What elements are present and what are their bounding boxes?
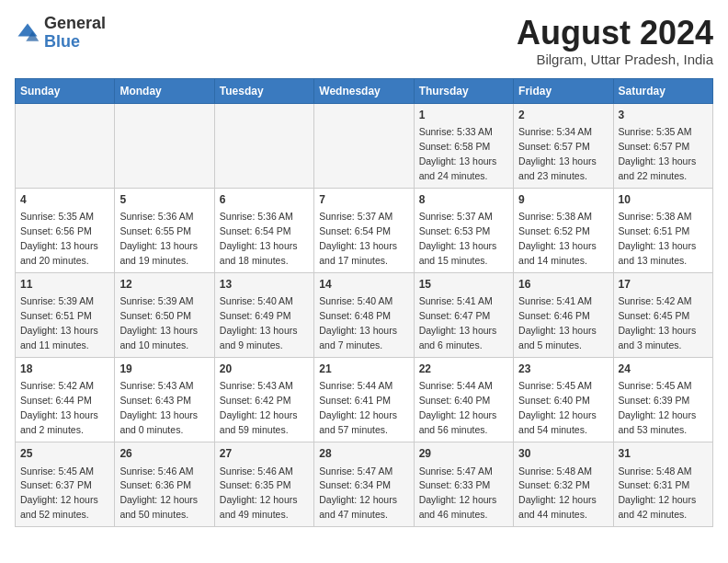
- day-number: 20: [220, 362, 309, 377]
- day-number: 9: [518, 192, 608, 208]
- day-number: 23: [518, 362, 608, 377]
- day-info: Sunrise: 5:37 AM Sunset: 6:54 PM Dayligh…: [319, 211, 397, 266]
- day-info: Sunrise: 5:38 AM Sunset: 6:52 PM Dayligh…: [518, 211, 597, 266]
- day-cell: 1Sunrise: 5:33 AM Sunset: 6:58 PM Daylig…: [414, 103, 513, 188]
- day-info: Sunrise: 5:37 AM Sunset: 6:53 PM Dayligh…: [419, 211, 497, 266]
- day-number: 13: [220, 277, 309, 293]
- day-number: 12: [119, 277, 209, 293]
- day-info: Sunrise: 5:35 AM Sunset: 6:56 PM Dayligh…: [20, 211, 98, 266]
- day-cell: 20Sunrise: 5:43 AM Sunset: 6:42 PM Dayli…: [214, 358, 313, 442]
- day-cell: 28Sunrise: 5:47 AM Sunset: 6:34 PM Dayli…: [314, 442, 414, 527]
- day-number: 4: [20, 192, 109, 208]
- day-cell: 26Sunrise: 5:46 AM Sunset: 6:36 PM Dayli…: [115, 442, 214, 527]
- day-cell: 2Sunrise: 5:34 AM Sunset: 6:57 PM Daylig…: [514, 103, 613, 188]
- day-number: 31: [619, 446, 708, 462]
- day-number: 2: [518, 108, 608, 123]
- day-info: Sunrise: 5:44 AM Sunset: 6:40 PM Dayligh…: [419, 380, 497, 435]
- day-cell: 14Sunrise: 5:40 AM Sunset: 6:48 PM Dayli…: [314, 272, 414, 357]
- day-cell: [115, 103, 214, 188]
- day-info: Sunrise: 5:38 AM Sunset: 6:51 PM Dayligh…: [619, 211, 697, 266]
- day-number: 5: [119, 192, 209, 208]
- calendar-table: SundayMondayTuesdayWednesdayThursdayFrid…: [15, 78, 713, 528]
- title-area: August 2024 Bilgram, Uttar Pradesh, Indi…: [517, 15, 713, 67]
- header: General Blue August 2024 Bilgram, Uttar …: [15, 15, 713, 67]
- day-number: 15: [419, 277, 508, 293]
- day-cell: 12Sunrise: 5:39 AM Sunset: 6:50 PM Dayli…: [115, 272, 214, 357]
- day-cell: 24Sunrise: 5:45 AM Sunset: 6:39 PM Dayli…: [613, 358, 712, 442]
- week-row-3: 11Sunrise: 5:39 AM Sunset: 6:51 PM Dayli…: [16, 272, 713, 357]
- day-cell: 15Sunrise: 5:41 AM Sunset: 6:47 PM Dayli…: [414, 272, 513, 357]
- day-info: Sunrise: 5:47 AM Sunset: 6:34 PM Dayligh…: [319, 465, 397, 521]
- day-info: Sunrise: 5:48 AM Sunset: 6:32 PM Dayligh…: [518, 465, 597, 521]
- day-info: Sunrise: 5:33 AM Sunset: 6:58 PM Dayligh…: [419, 126, 497, 181]
- day-cell: [214, 103, 313, 188]
- day-info: Sunrise: 5:39 AM Sunset: 6:50 PM Dayligh…: [119, 295, 198, 350]
- day-cell: 5Sunrise: 5:36 AM Sunset: 6:55 PM Daylig…: [115, 188, 214, 272]
- day-number: 8: [419, 192, 508, 208]
- day-info: Sunrise: 5:39 AM Sunset: 6:51 PM Dayligh…: [20, 295, 98, 350]
- day-cell: 31Sunrise: 5:48 AM Sunset: 6:31 PM Dayli…: [613, 442, 712, 527]
- day-info: Sunrise: 5:46 AM Sunset: 6:35 PM Dayligh…: [220, 465, 298, 521]
- header-cell-sunday: Sunday: [16, 78, 115, 103]
- week-row-5: 25Sunrise: 5:45 AM Sunset: 6:37 PM Dayli…: [16, 442, 713, 527]
- day-info: Sunrise: 5:48 AM Sunset: 6:31 PM Dayligh…: [619, 465, 697, 521]
- logo-icon: [15, 20, 40, 46]
- day-info: Sunrise: 5:41 AM Sunset: 6:46 PM Dayligh…: [518, 295, 597, 350]
- header-cell-saturday: Saturday: [613, 78, 712, 103]
- logo-general-text: General: [44, 14, 106, 32]
- day-info: Sunrise: 5:44 AM Sunset: 6:41 PM Dayligh…: [319, 380, 397, 435]
- header-cell-friday: Friday: [514, 78, 613, 103]
- day-cell: 16Sunrise: 5:41 AM Sunset: 6:46 PM Dayli…: [514, 272, 613, 357]
- day-info: Sunrise: 5:40 AM Sunset: 6:48 PM Dayligh…: [319, 295, 397, 350]
- day-cell: 13Sunrise: 5:40 AM Sunset: 6:49 PM Dayli…: [214, 272, 313, 357]
- day-info: Sunrise: 5:35 AM Sunset: 6:57 PM Dayligh…: [619, 126, 697, 181]
- day-cell: 8Sunrise: 5:37 AM Sunset: 6:53 PM Daylig…: [414, 188, 513, 272]
- day-info: Sunrise: 5:45 AM Sunset: 6:39 PM Dayligh…: [619, 380, 697, 435]
- day-number: 22: [419, 362, 508, 377]
- day-cell: 9Sunrise: 5:38 AM Sunset: 6:52 PM Daylig…: [514, 188, 613, 272]
- day-cell: 17Sunrise: 5:42 AM Sunset: 6:45 PM Dayli…: [613, 272, 712, 357]
- day-number: 24: [619, 362, 708, 377]
- day-cell: 21Sunrise: 5:44 AM Sunset: 6:41 PM Dayli…: [314, 358, 414, 442]
- day-info: Sunrise: 5:46 AM Sunset: 6:36 PM Dayligh…: [119, 465, 198, 521]
- day-number: 27: [220, 446, 309, 462]
- day-cell: 10Sunrise: 5:38 AM Sunset: 6:51 PM Dayli…: [613, 188, 712, 272]
- day-info: Sunrise: 5:40 AM Sunset: 6:49 PM Dayligh…: [220, 295, 298, 350]
- day-number: 3: [619, 108, 708, 123]
- header-cell-thursday: Thursday: [414, 78, 513, 103]
- day-number: 11: [20, 277, 109, 293]
- day-number: 17: [619, 277, 708, 293]
- day-number: 25: [20, 446, 109, 462]
- day-cell: 30Sunrise: 5:48 AM Sunset: 6:32 PM Dayli…: [514, 442, 613, 527]
- week-row-1: 1Sunrise: 5:33 AM Sunset: 6:58 PM Daylig…: [16, 103, 713, 188]
- day-info: Sunrise: 5:42 AM Sunset: 6:45 PM Dayligh…: [619, 295, 697, 350]
- header-cell-tuesday: Tuesday: [214, 78, 313, 103]
- day-info: Sunrise: 5:43 AM Sunset: 6:42 PM Dayligh…: [220, 380, 298, 435]
- day-info: Sunrise: 5:47 AM Sunset: 6:33 PM Dayligh…: [419, 465, 497, 521]
- day-cell: 19Sunrise: 5:43 AM Sunset: 6:43 PM Dayli…: [115, 358, 214, 442]
- day-info: Sunrise: 5:43 AM Sunset: 6:43 PM Dayligh…: [119, 380, 198, 435]
- day-cell: 6Sunrise: 5:36 AM Sunset: 6:54 PM Daylig…: [214, 188, 313, 272]
- day-cell: 23Sunrise: 5:45 AM Sunset: 6:40 PM Dayli…: [514, 358, 613, 442]
- day-number: 1: [419, 108, 508, 123]
- day-number: 14: [319, 277, 408, 293]
- day-cell: 25Sunrise: 5:45 AM Sunset: 6:37 PM Dayli…: [16, 442, 115, 527]
- logo: General Blue: [15, 15, 106, 52]
- day-number: 30: [518, 446, 608, 462]
- day-info: Sunrise: 5:34 AM Sunset: 6:57 PM Dayligh…: [518, 126, 597, 181]
- subtitle: Bilgram, Uttar Pradesh, India: [517, 52, 713, 67]
- day-info: Sunrise: 5:36 AM Sunset: 6:54 PM Dayligh…: [220, 211, 298, 266]
- day-number: 7: [319, 192, 408, 208]
- month-title: August 2024: [517, 15, 713, 52]
- day-cell: 22Sunrise: 5:44 AM Sunset: 6:40 PM Dayli…: [414, 358, 513, 442]
- day-number: 26: [119, 446, 209, 462]
- day-cell: 18Sunrise: 5:42 AM Sunset: 6:44 PM Dayli…: [16, 358, 115, 442]
- day-cell: 4Sunrise: 5:35 AM Sunset: 6:56 PM Daylig…: [16, 188, 115, 272]
- day-cell: [314, 103, 414, 188]
- day-info: Sunrise: 5:42 AM Sunset: 6:44 PM Dayligh…: [20, 380, 98, 435]
- day-number: 19: [119, 362, 209, 377]
- day-cell: 3Sunrise: 5:35 AM Sunset: 6:57 PM Daylig…: [613, 103, 712, 188]
- day-cell: 29Sunrise: 5:47 AM Sunset: 6:33 PM Dayli…: [414, 442, 513, 527]
- day-info: Sunrise: 5:41 AM Sunset: 6:47 PM Dayligh…: [419, 295, 497, 350]
- day-number: 29: [419, 446, 508, 462]
